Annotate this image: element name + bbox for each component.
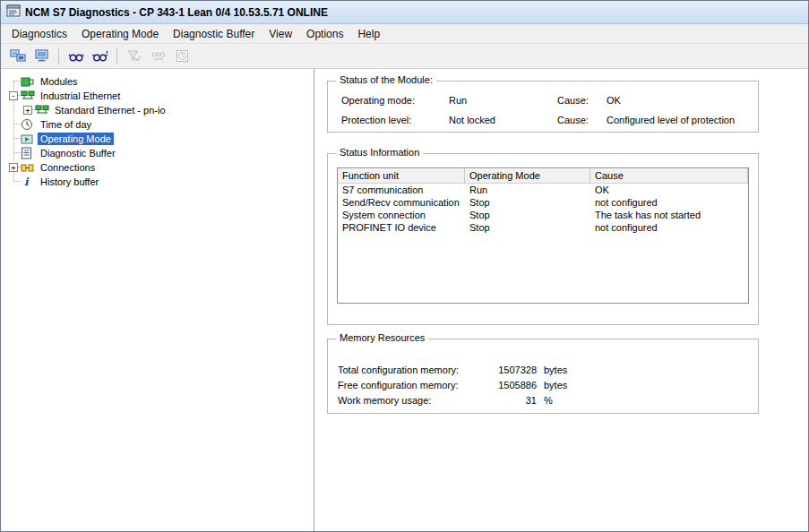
table-cell: Send/Recv communication: [338, 196, 465, 209]
tree-connector: [6, 132, 21, 146]
tree-item-label: Time of day: [38, 118, 94, 131]
tree-item-history-buffer[interactable]: i History buffer: [6, 175, 312, 189]
column-header[interactable]: Operating Mode: [465, 168, 590, 183]
menu-diagnostics[interactable]: Diagnostics: [4, 25, 74, 43]
memory-value: 1507328: [462, 365, 537, 375]
toolbar-separator: [116, 48, 117, 64]
tree-connector: [21, 103, 35, 117]
menu-operating-mode[interactable]: Operating Mode: [74, 25, 166, 43]
time-button: [171, 47, 194, 66]
tree-connector: [6, 175, 21, 189]
memory-label: Total configuration memory:: [338, 365, 459, 375]
table-cell: The task has not started: [590, 209, 748, 221]
history-buffer-icon: i: [21, 176, 38, 188]
detail-pane: Status of the Module: Operating mode: Ru…: [316, 69, 808, 531]
funnel-icon: [127, 50, 142, 63]
tree-item-time-of-day[interactable]: Time of day: [6, 117, 312, 132]
tree-connector: [6, 89, 21, 103]
table-cell: Stop: [465, 209, 590, 221]
memory-value: 31: [462, 395, 537, 406]
tree-item-label: Modules: [38, 75, 81, 88]
operating-mode-icon: [21, 133, 38, 145]
tree-connector: [6, 117, 21, 132]
operating-mode-label: Operating mode:: [341, 95, 415, 106]
main-area: Modules Industrial Ethernet: [1, 69, 808, 531]
clock-icon: [21, 118, 38, 131]
network-icon: [21, 90, 38, 102]
status-module-group: Status of the Module: Operating mode: Ru…: [327, 81, 759, 133]
memory-value: 1505886: [462, 380, 537, 390]
toolbar: [1, 44, 808, 69]
filter-button: [123, 47, 145, 66]
svg-text:i: i: [24, 176, 30, 188]
tree-connector: [6, 160, 21, 175]
collapse-expander-icon[interactable]: [9, 91, 18, 100]
memory-unit: bytes: [544, 380, 567, 390]
table-row[interactable]: PROFINET IO device Stop not configured: [338, 221, 748, 234]
connections-icon: [21, 161, 38, 174]
cause-value: OK: [607, 95, 621, 106]
monitors-icon: [10, 49, 26, 63]
tree-item-industrial-ethernet[interactable]: Industrial Ethernet: [6, 89, 312, 103]
tree-item-label: Connections: [38, 161, 98, 174]
tree-item-label: Operating Mode: [38, 133, 114, 145]
tree-item-operating-mode[interactable]: Operating Mode: [6, 132, 312, 146]
update-button[interactable]: [65, 47, 87, 66]
online-nodes-button[interactable]: [6, 47, 29, 66]
app-window: NCM S7 Diagnostics - CP 343-1 Lean 0/4 1…: [0, 0, 809, 532]
tree-item-standard-ethernet[interactable]: Standard Ethernet - pn-io: [6, 103, 312, 117]
modules-icon: [21, 75, 38, 88]
table-row[interactable]: System connection Stop The task has not …: [338, 209, 748, 221]
tree-connector: [6, 146, 21, 160]
group-title: Memory Resources: [336, 332, 428, 343]
group-title: Status Information: [336, 147, 423, 158]
table-cell: not configured: [590, 196, 748, 209]
cause-label: Cause:: [557, 115, 589, 125]
status-module-row: Operating mode: Run Cause: OK: [328, 95, 758, 107]
menu-help[interactable]: Help: [350, 25, 387, 43]
column-header[interactable]: Function unit: [338, 168, 465, 183]
tree-item-modules[interactable]: Modules: [6, 74, 312, 89]
menu-options[interactable]: Options: [299, 25, 350, 43]
navigation-tree: Modules Industrial Ethernet: [6, 74, 312, 189]
expand-expander-icon[interactable]: [23, 106, 32, 115]
protection-level-value: Not locked: [449, 115, 495, 125]
tree-item-label: Industrial Ethernet: [38, 90, 123, 102]
tree-item-diagnostic-buffer[interactable]: Diagnostic Buffer: [6, 146, 312, 160]
memory-unit: bytes: [544, 365, 567, 375]
memory-label: Work memory usage:: [338, 395, 431, 406]
app-icon: [6, 4, 21, 21]
network-icon: [35, 104, 52, 116]
table-row[interactable]: S7 communication Run OK: [338, 184, 748, 196]
cyclic-update-button[interactable]: [89, 47, 111, 66]
group-title: Status of the Module:: [336, 74, 436, 85]
column-header[interactable]: Cause: [590, 168, 748, 183]
tree-connector: [6, 74, 21, 89]
table-cell: Run: [465, 184, 590, 196]
status-module-row: Protection level: Not locked Cause: Conf…: [328, 115, 758, 127]
menu-bar: Diagnostics Operating Mode Diagnostic Bu…: [1, 24, 808, 44]
table-cell: OK: [590, 184, 748, 196]
expand-expander-icon[interactable]: [9, 163, 18, 172]
table-cell: System connection: [338, 209, 465, 221]
status-information-table: Function unit Operating Mode Cause S7 co…: [337, 167, 749, 304]
diagnostic-buffer-icon: [21, 147, 38, 159]
table-row[interactable]: Send/Recv communication Stop not configu…: [338, 196, 748, 209]
menu-view[interactable]: View: [262, 25, 299, 43]
memory-resources-group: Memory Resources Total configuration mem…: [327, 339, 759, 414]
tree-item-connections[interactable]: Connections: [6, 160, 312, 175]
window-title: NCM S7 Diagnostics - CP 343-1 Lean 0/4 1…: [25, 6, 328, 19]
title-bar[interactable]: NCM S7 Diagnostics - CP 343-1 Lean 0/4 1…: [1, 1, 808, 24]
monitor-icon: [35, 49, 49, 63]
tree-item-label: Diagnostic Buffer: [38, 147, 118, 159]
glasses-tick-icon: [92, 50, 108, 63]
memory-row: Free configuration memory: 1505886 bytes: [328, 380, 758, 391]
module-state-button[interactable]: [30, 47, 53, 66]
table-cell: S7 communication: [338, 184, 465, 196]
menu-diagnostic-buffer[interactable]: Diagnostic Buffer: [166, 25, 262, 43]
operating-mode-value: Run: [449, 95, 467, 106]
tree-item-label: Standard Ethernet - pn-io: [52, 104, 168, 116]
glasses-icon: [68, 50, 84, 63]
toolbar-separator: [58, 48, 59, 64]
table-cell: not configured: [590, 221, 748, 234]
